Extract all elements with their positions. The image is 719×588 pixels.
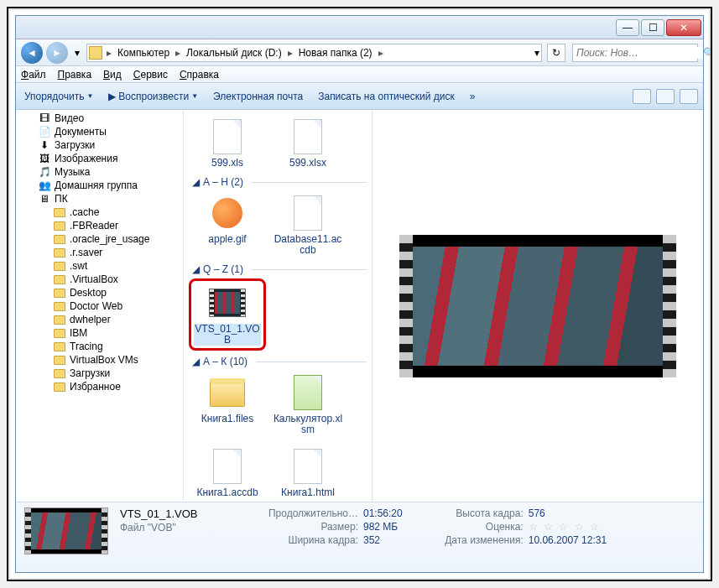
file-icon — [289, 373, 327, 412]
sidebar-item[interactable]: 👥Домашняя группа — [16, 179, 183, 192]
sidebar-item[interactable]: 🖥ПК — [16, 192, 183, 206]
sidebar-item-label: Видео — [55, 112, 84, 124]
file-label: Калькулятор.xlsm — [272, 414, 344, 435]
breadcrumb-item[interactable]: Новая папка (2) — [297, 47, 374, 59]
play-icon: ▶ — [108, 91, 116, 102]
rating-stars[interactable]: ☆ ☆ ☆ ☆ ☆ — [529, 521, 601, 533]
details-title: VTS_01_1.VOB — [120, 507, 237, 520]
details-value: 576 — [529, 507, 545, 519]
sidebar-item[interactable]: Избранное — [16, 380, 183, 393]
file-item[interactable]: 599.xlsx — [269, 115, 346, 171]
file-item[interactable]: apple.gif — [189, 191, 266, 258]
sidebar-item[interactable]: Doctor Web — [16, 299, 183, 313]
sidebar-item[interactable]: 🖼Изображения — [16, 152, 183, 165]
refresh-button[interactable]: ↻ — [547, 44, 565, 62]
nav-history-dropdown[interactable]: ▾ — [71, 44, 83, 62]
minimize-button[interactable]: — — [616, 19, 639, 36]
menu-view[interactable]: Вид — [103, 69, 122, 81]
help-button[interactable] — [680, 89, 698, 104]
file-item[interactable]: Книга1.accdb — [189, 445, 266, 501]
email-button[interactable]: Электронная почта — [210, 89, 306, 104]
sidebar-item[interactable]: .oracle_jre_usage — [16, 232, 183, 246]
sidebar-item[interactable]: IBM — [16, 326, 183, 340]
file-item[interactable]: VTS_01_1.VOB — [189, 278, 266, 351]
group-header[interactable]: ◢ Q – Z (1) — [192, 263, 367, 275]
view-button[interactable] — [633, 89, 651, 104]
search-input[interactable] — [576, 47, 703, 59]
organize-button[interactable]: Упорядочить ▼ — [21, 89, 96, 104]
breadcrumb-item[interactable]: Локальный диск (D:) — [185, 47, 284, 59]
sidebar-item[interactable]: ⬇Загрузки — [16, 138, 183, 152]
menu-help[interactable]: Справка — [180, 69, 219, 81]
sidebar-item[interactable]: .swt — [16, 259, 183, 273]
sidebar-item-label: .cache — [70, 206, 99, 218]
sidebar-item[interactable]: Загрузки — [16, 367, 183, 380]
file-item[interactable]: Книга1.html — [269, 445, 346, 501]
folder-icon — [53, 247, 66, 258]
file-label: VTS_01_1.VOB — [194, 324, 261, 346]
sidebar-item[interactable]: Desktop — [16, 286, 183, 299]
sidebar-item[interactable]: .VirtualBox — [16, 273, 183, 286]
back-button[interactable]: ◄ — [21, 42, 43, 64]
toolbar-overflow[interactable]: » — [466, 89, 479, 104]
group-header[interactable]: ◢ А – Н (2) — [192, 176, 367, 188]
file-item[interactable]: Книга1.files — [189, 371, 266, 438]
search-icon: 🔍 — [703, 47, 712, 59]
chevron-right-icon[interactable]: ▸ — [285, 47, 295, 59]
sidebar-item[interactable]: 🎵Музыка — [16, 165, 183, 179]
menu-file[interactable]: Файл — [21, 69, 46, 81]
sidebar-item[interactable]: dwhelper — [16, 313, 183, 326]
file-item[interactable]: 599.xls — [189, 115, 266, 171]
forward-button[interactable]: ► — [46, 42, 68, 64]
menubar: Файл Правка Вид Сервис Справка — [16, 66, 703, 83]
file-icon — [208, 194, 247, 232]
menu-edit[interactable]: Правка — [58, 69, 92, 81]
file-item[interactable]: Калькулятор.xlsm — [269, 371, 346, 438]
sidebar[interactable]: 🎞Видео📄Документы⬇Загрузки🖼Изображения🎵Му… — [16, 110, 184, 502]
file-icon — [208, 373, 247, 412]
expand-icon: ◢ — [192, 356, 200, 367]
sidebar-item[interactable]: Tracing — [16, 340, 183, 353]
file-item[interactable]: Database11.accdb — [269, 191, 346, 258]
sidebar-item[interactable]: 🎞Видео — [16, 112, 183, 125]
breadcrumb[interactable]: ▸ Компьютер ▸ Локальный диск (D:) ▸ Нова… — [86, 44, 542, 62]
burn-button[interactable]: Записать на оптический диск — [315, 89, 458, 104]
sidebar-item[interactable]: 📄Документы — [16, 125, 183, 138]
sidebar-item-label: .oracle_jre_usage — [70, 233, 149, 245]
sidebar-item-label: .VirtualBox — [70, 273, 118, 285]
preview-pane-button[interactable] — [656, 89, 675, 104]
group-header[interactable]: ◢ А – К (10) — [192, 356, 367, 367]
sidebar-item-label: VirtualBox VMs — [70, 354, 138, 366]
chevron-right-icon[interactable]: ▸ — [104, 47, 114, 59]
folder-icon — [53, 341, 66, 352]
breadcrumb-item[interactable]: Компьютер — [116, 47, 171, 59]
sidebar-item-label: Tracing — [70, 341, 103, 352]
preview-pane — [373, 110, 703, 502]
pc-icon: 🖥 — [38, 193, 51, 205]
details-label: Высота кадра: — [414, 507, 524, 519]
breadcrumb-dropdown-icon[interactable]: ▾ — [534, 47, 539, 59]
folder-icon — [53, 367, 66, 379]
folder-icon — [53, 381, 66, 393]
doc-icon: 📄 — [38, 126, 51, 138]
file-list[interactable]: 599.xls599.xlsx◢ А – Н (2)apple.gifDatab… — [184, 110, 373, 502]
sidebar-item[interactable]: .cache — [16, 206, 183, 219]
menu-tools[interactable]: Сервис — [133, 69, 168, 81]
close-button[interactable]: ✕ — [666, 19, 701, 36]
file-label: Книга1.files — [201, 414, 253, 424]
file-label: apple.gif — [208, 234, 246, 245]
file-icon — [208, 447, 247, 486]
file-label: Database11.accdb — [272, 234, 344, 256]
expand-icon: ◢ — [192, 263, 200, 275]
sidebar-item[interactable]: .FBReader — [16, 219, 183, 232]
video-icon: 🎞 — [38, 112, 51, 124]
sidebar-item[interactable]: .r.saver — [16, 246, 183, 259]
sidebar-item[interactable]: VirtualBox VMs — [16, 353, 183, 367]
video-preview — [399, 235, 676, 377]
chevron-right-icon[interactable]: ▸ — [376, 47, 386, 59]
maximize-button[interactable]: ☐ — [641, 19, 664, 36]
chevron-right-icon[interactable]: ▸ — [173, 47, 183, 59]
play-button[interactable]: ▶Воспроизвести ▼ — [105, 89, 201, 104]
sidebar-item-label: dwhelper — [70, 314, 111, 325]
search-box[interactable]: 🔍 — [572, 44, 698, 62]
